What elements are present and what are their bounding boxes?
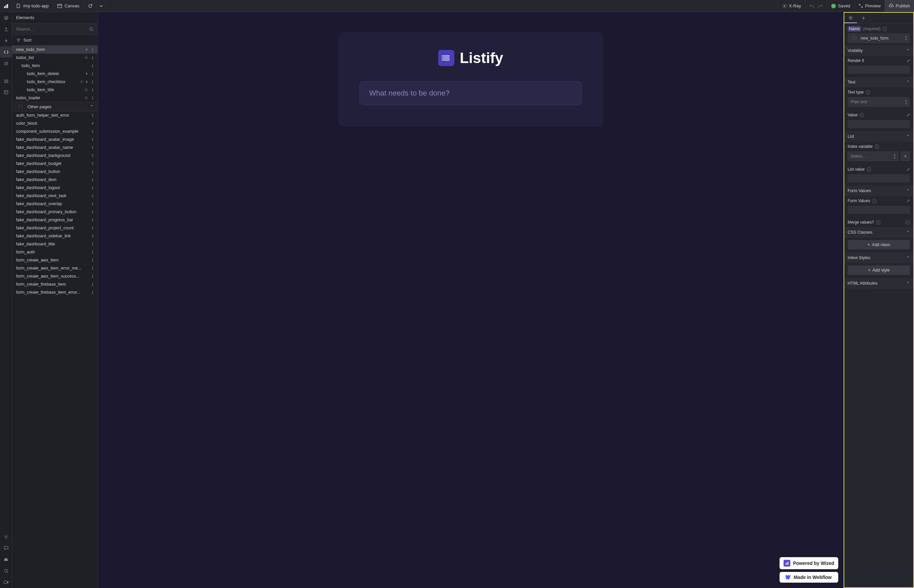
element-tree-item[interactable]: form_create_aws_item_success...1 [12,272,98,280]
element-label: fake_dashboard_project_count [12,226,88,230]
expand-icon[interactable]: ⤢ [907,167,910,172]
refresh-button[interactable] [84,0,97,12]
svg-rect-17 [4,581,7,584]
inspector-tab-events[interactable] [857,13,870,23]
preview-button[interactable]: Preview [854,0,885,12]
expand-icon[interactable]: ⤢ [907,199,910,203]
element-tree-item[interactable]: form_create_firebase_item_error...1 [12,288,98,296]
app-logo[interactable] [0,0,12,12]
element-tree-item[interactable]: component_submission_example1 [12,128,98,136]
element-tree-item[interactable]: form_create_aws_item1 [12,256,98,264]
xray-button[interactable]: X-Ray [778,0,805,12]
rail-data[interactable] [0,87,12,98]
element-tree-item[interactable]: fake_dashboard_background2 [12,152,98,160]
element-tree-item[interactable]: fake_dashboard_primary_button1 [12,208,98,216]
add-index-button[interactable]: + [901,152,910,161]
element-tree-item[interactable]: form_create_aws_item_error_me...1 [12,264,98,272]
new-todo-input[interactable] [359,81,582,105]
rail-settings[interactable] [0,531,12,543]
inspector-tab-settings[interactable] [844,13,857,23]
info-icon[interactable]: i [876,220,880,225]
section-css-classes[interactable]: CSS Classes⌃ [844,227,913,237]
stepper-icon[interactable]: ▴▾ [905,99,907,105]
info-icon[interactable]: i [875,144,879,149]
info-icon[interactable]: i [872,199,877,203]
expand-icon[interactable]: ⤢ [907,113,910,117]
text-type-label: Text type [848,90,864,95]
element-tree-item[interactable]: fake_dashboard_budget2 [12,160,98,168]
undo-button[interactable] [805,0,818,12]
rail-list[interactable] [0,58,12,69]
render-if-input[interactable] [848,66,910,74]
publish-button[interactable]: Publish [885,0,914,12]
rail-upload[interactable] [0,23,12,35]
search-input[interactable] [16,26,86,32]
sort-button[interactable]: Sort [12,35,98,45]
rail-bolt[interactable] [0,35,12,46]
rail-layers[interactable] [0,12,12,23]
element-tree-item[interactable]: todo_item_checkbox1 [12,78,98,86]
section-form-values[interactable]: Form Values⌃ [844,186,913,196]
element-label: fake_dashboard_avatar_image [12,137,88,142]
index-variable-select[interactable]: Select... ▴▾ [848,152,899,161]
section-inline-styles[interactable]: Inline Styles⌃ [844,253,913,263]
section-text[interactable]: Text⌃ [844,77,913,87]
other-pages-section[interactable]: 〔〕Other pages⌃ [12,102,98,111]
wized-badge[interactable]: Powered by Wized [780,557,838,569]
form-values-input[interactable] [848,206,910,214]
rail-cloud[interactable] [0,554,12,565]
add-class-button[interactable]: +Add class [848,240,910,249]
element-tree-item[interactable]: todo_item1 [12,62,98,70]
element-tree-item[interactable]: fake_dashboard_button1 [12,168,98,176]
expand-icon[interactable]: ⤢ [907,58,910,63]
element-tree-item[interactable]: fake_dashboard_logout1 [12,184,98,192]
merge-values-checkbox[interactable] [905,220,910,225]
rail-search[interactable] [0,565,12,577]
element-tree-item[interactable]: todo_item_title1 [12,86,98,94]
element-tree-item[interactable]: fake_dashboard_item1 [12,176,98,184]
refresh-menu[interactable] [97,0,106,12]
redo-button[interactable] [818,0,827,12]
element-tree-item[interactable]: color_block4 [12,120,98,128]
stepper-icon[interactable]: ▴▾ [894,153,896,159]
value-input[interactable] [848,120,910,128]
info-icon[interactable]: i [866,90,870,95]
add-style-button[interactable]: +Add style [848,265,910,275]
elements-search[interactable] [12,23,98,35]
element-tree-item[interactable]: todo_item_delete1 [12,70,98,78]
section-html-attributes[interactable]: HTML Attributes⌃ [844,278,913,288]
stepper-icon[interactable]: ▴▾ [905,35,907,41]
element-tree-item[interactable]: new_todo_form1 [12,45,98,53]
element-tree-item[interactable]: form_auth1 [12,248,98,256]
element-tree-item[interactable]: fake_dashboard_next_task2 [12,192,98,200]
rail-debug[interactable] [0,75,12,87]
section-list[interactable]: List⌃ [844,131,913,142]
element-tree-item[interactable]: form_create_firebase_item1 [12,280,98,288]
text-type-select[interactable]: Plain text ▴▾ [848,97,910,107]
project-path-button[interactable]: /my-todo-app [12,0,53,12]
rail-video[interactable] [0,577,12,588]
section-visibility[interactable]: Visibility⌃ [844,45,913,56]
webflow-logo-icon [783,575,791,580]
list-value-input[interactable] [848,174,910,183]
rail-chat[interactable] [0,543,12,554]
canvas-toggle[interactable]: Canvas [53,0,84,12]
element-count: 1 [90,202,95,206]
webflow-badge[interactable]: Made in Webflow [780,572,838,583]
element-tree-item[interactable]: fake_dashboard_project_count1 [12,224,98,232]
element-tree-item[interactable]: fake_dashboard_avatar_name1 [12,144,98,152]
element-tree-item[interactable]: auth_form_helper_text_error1 [12,111,98,120]
element-tree-item[interactable]: todos_list1 [12,53,98,62]
element-tree-item[interactable]: fake_dashboard_sidebar_link3 [12,232,98,240]
name-input[interactable]: 〔〕 new_todo_form ▴▾ [848,34,910,43]
rail-elements[interactable] [0,46,12,58]
element-tree-item[interactable]: fake_dashboard_avatar_image1 [12,136,98,144]
element-count: 1 [90,282,95,286]
element-tree-item[interactable]: fake_dashboard_progress_bar1 [12,216,98,224]
element-tree-item[interactable]: fake_dashboard_overlay1 [12,200,98,208]
info-icon[interactable]: i [867,167,871,172]
element-tree-item[interactable]: todos_loader1 [12,94,98,102]
info-icon[interactable]: i [860,113,864,117]
element-tree-item[interactable]: fake_dashboard_title1 [12,240,98,248]
info-icon[interactable]: i [882,27,887,31]
